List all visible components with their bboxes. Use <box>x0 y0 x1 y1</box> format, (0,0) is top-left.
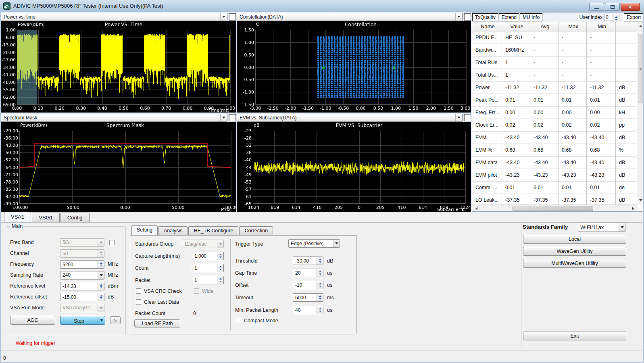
vertical-scrollbar[interactable] <box>637 22 644 204</box>
play-button[interactable]: ▷ <box>110 316 121 324</box>
multiwavegen-utility-button[interactable]: MultiWaveGen Utility <box>523 259 626 268</box>
scroll-down-icon[interactable] <box>639 199 642 203</box>
power-vs-time-chart[interactable] <box>1 21 236 113</box>
spin-down-icon[interactable] <box>98 286 104 290</box>
table-row[interactable]: EVM %0.680.680.680.68% <box>472 144 638 156</box>
spectrum-mask-expand-button[interactable] <box>229 114 236 121</box>
reference-offset-stepper[interactable]: -15.00 <box>60 293 104 301</box>
table-row[interactable]: Total RUs1--- <box>472 56 638 69</box>
channel-stepper[interactable]: 50 <box>60 249 104 258</box>
table-row[interactable]: Peak Po...0.010.010.010.01dB <box>472 94 638 106</box>
maximize-button[interactable] <box>605 3 620 11</box>
table-row[interactable]: PPDU F...HE_SU--- <box>472 31 638 44</box>
spin-down-icon[interactable] <box>217 268 223 272</box>
spin-up-icon[interactable] <box>217 252 223 256</box>
constellation-chart[interactable] <box>237 21 471 113</box>
local-button[interactable]: Local <box>523 235 626 244</box>
count-stepper[interactable]: 1 <box>192 264 224 272</box>
tab-setting[interactable]: Setting <box>131 225 158 235</box>
spin-up-icon[interactable] <box>317 306 323 310</box>
spin-down-icon[interactable] <box>317 273 323 277</box>
spin-down-icon[interactable] <box>317 310 323 314</box>
gap-time-stepper[interactable]: 20 <box>293 269 323 277</box>
stop-button[interactable]: Stop <box>60 316 105 325</box>
spin-up-icon[interactable] <box>317 281 323 285</box>
compact-mode-checkbox[interactable] <box>236 318 241 323</box>
spin-up-icon[interactable] <box>98 282 104 286</box>
freq-band-select[interactable]: 5G <box>60 238 104 247</box>
tab-mu-info[interactable]: MU Info <box>520 13 542 21</box>
min-packet-length-stepper[interactable]: 40 <box>293 306 323 314</box>
tab-extend[interactable]: Extend <box>499 13 519 21</box>
column-header[interactable]: Max <box>559 22 587 31</box>
scroll-up-icon[interactable] <box>639 23 642 27</box>
column-header[interactable] <box>616 22 638 31</box>
table-row[interactable]: Power-11.32-11.32-11.32-11.32dB <box>472 81 638 94</box>
packet-stepper[interactable]: 1 <box>192 276 224 284</box>
wavegen-utility-button[interactable]: WaveGen Utility <box>523 247 626 256</box>
spin-down-icon[interactable] <box>317 298 323 302</box>
column-header[interactable]: Avg <box>530 22 559 31</box>
power-vs-time-expand-button[interactable] <box>229 13 236 21</box>
table-row[interactable]: Bandwi...160MHz--- <box>472 44 638 56</box>
table-row[interactable]: EVM-43.40-43.40-43.40-43.40dB <box>472 131 638 144</box>
scroll-right-icon[interactable] <box>632 207 636 210</box>
user-index-stepper[interactable]: 0 <box>604 14 619 21</box>
table-row[interactable]: EVM pilot-43.23-43.23-43.23-43.23dB <box>472 169 638 182</box>
spin-down-icon[interactable] <box>98 253 104 257</box>
column-header[interactable]: Name <box>472 22 502 31</box>
spin-down-icon[interactable] <box>98 264 104 268</box>
column-header[interactable]: Min <box>587 22 616 31</box>
spectrum-mask-chart[interactable] <box>1 122 236 212</box>
evm-subcarrier-view-select[interactable]: EVM vs. Subcarrier(DATA) <box>237 114 463 122</box>
agc-button[interactable]: AGC <box>10 316 55 325</box>
tab-config[interactable]: Config <box>60 213 90 222</box>
spin-up-icon[interactable] <box>217 276 223 280</box>
spin-down-icon[interactable] <box>217 256 223 260</box>
offset-stepper[interactable]: -10 <box>293 281 323 289</box>
freq-band-checkbox[interactable] <box>109 240 115 245</box>
spin-down-icon[interactable] <box>217 280 223 284</box>
table-row[interactable]: Freq. Err...0.000.000.000.00kH <box>472 106 638 119</box>
spin-up-icon[interactable] <box>98 261 104 265</box>
tab-correction[interactable]: Correction <box>239 226 273 235</box>
capture-length-stepper[interactable]: 1.000 <box>192 252 224 260</box>
table-row[interactable]: LO Leak...-37.35-37.35-37.35-37.35dB <box>472 194 638 204</box>
vsa-crc-check-checkbox[interactable] <box>136 288 141 294</box>
close-button[interactable]: ✕ <box>621 3 640 11</box>
tab-vsa1[interactable]: VSA1 <box>4 212 31 222</box>
evm-subcarrier-expand-button[interactable] <box>464 114 471 121</box>
spin-down-icon[interactable] <box>317 285 323 289</box>
export-button[interactable]: Export <box>624 13 644 21</box>
tab-analysis[interactable]: Analysis <box>158 226 188 235</box>
scroll-left-icon[interactable] <box>474 207 477 210</box>
trigger-type-select[interactable]: Edge (Positive) <box>288 239 340 248</box>
spectrum-mask-view-select[interactable]: Spectrum Mask <box>1 114 227 122</box>
threshold-stepper[interactable]: -30.00 <box>293 257 323 265</box>
spin-up-icon[interactable] <box>98 250 104 254</box>
exit-button[interactable]: Exit <box>523 332 626 340</box>
evm-subcarrier-chart[interactable] <box>237 122 471 212</box>
spin-up-icon[interactable] <box>317 294 323 298</box>
spin-down-icon[interactable] <box>317 261 323 265</box>
timeout-stepper[interactable]: 5000 <box>293 293 323 302</box>
constellation-view-select[interactable]: Constellation(DATA) <box>237 13 463 21</box>
spin-up-icon[interactable] <box>98 293 104 297</box>
frequency-stepper[interactable]: 5250 <box>60 260 104 269</box>
tab-he-tb-configure[interactable]: HE_TB Configure <box>188 226 238 235</box>
tab-vsg1[interactable]: VSG1 <box>32 213 60 222</box>
tab-txquality[interactable]: TxQuality <box>472 13 498 21</box>
column-header[interactable]: Value <box>502 22 530 31</box>
minimize-button[interactable] <box>589 3 604 11</box>
table-row[interactable]: EVM data-43.40-43.40-43.40-43.40dB <box>472 156 638 169</box>
load-rf-path-button[interactable]: Load RF Path <box>134 319 180 328</box>
standards-family-select[interactable]: WIFI/11ax <box>578 223 625 232</box>
spin-up-icon[interactable] <box>317 269 323 273</box>
spin-up-icon[interactable] <box>217 264 223 268</box>
standards-group-select[interactable]: 11a/g/n/ac <box>182 240 224 248</box>
table-row[interactable]: Comm. ...0.010.010.010.01de <box>472 182 638 194</box>
table-row[interactable]: Clock Er...0.020.020.020.02pp <box>472 119 638 131</box>
power-vs-time-view-select[interactable]: Power vs. time <box>1 13 227 21</box>
chevron-down-icon[interactable] <box>98 318 105 323</box>
constellation-expand-button[interactable] <box>464 13 471 21</box>
